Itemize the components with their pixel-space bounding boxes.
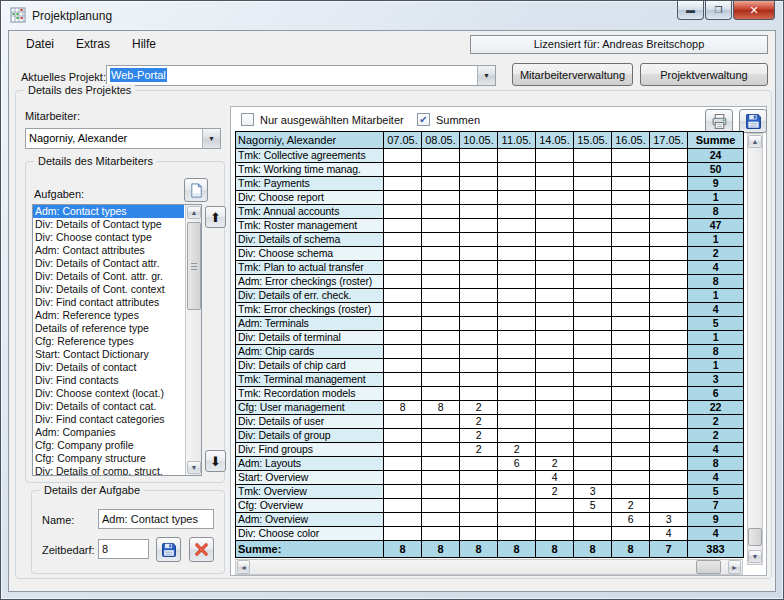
task-name-cell[interactable]: Tmk: Payments [236,177,384,191]
day-cell[interactable] [384,233,422,247]
list-item[interactable]: Div: Find contact attributes [33,296,184,309]
day-cell[interactable] [536,149,574,163]
list-item[interactable]: Div: Choose context (locat.) [33,387,184,400]
menu-hilfe[interactable]: Hilfe [121,33,167,55]
task-name-cell[interactable]: Div: Find groups [236,443,384,457]
day-cell[interactable] [612,205,650,219]
day-cell[interactable] [612,527,650,541]
day-cell[interactable] [460,359,498,373]
day-cell[interactable] [422,317,460,331]
day-cell[interactable] [498,219,536,233]
day-cell[interactable] [498,289,536,303]
day-cell[interactable] [460,499,498,513]
task-list-scrollbar[interactable]: ▲ ▼ [185,205,201,475]
grid-vscrollbar[interactable]: ▲ ▼ [747,133,763,565]
task-name-cell[interactable]: Div: Details of user [236,415,384,429]
day-cell[interactable] [422,345,460,359]
day-cell[interactable] [650,303,688,317]
day-cell[interactable] [650,163,688,177]
day-cell[interactable] [574,289,612,303]
day-cell[interactable] [612,443,650,457]
day-cell[interactable] [536,331,574,345]
day-cell[interactable] [498,345,536,359]
scrollbar-thumb[interactable] [187,222,201,310]
list-item[interactable]: Start: Contact Dictionary [33,348,184,361]
time-required-input[interactable]: 8 [98,539,149,559]
list-item[interactable]: Div: Details of Contact attr. [33,257,184,270]
task-name-cell[interactable]: Adm: Overview [236,513,384,527]
scroll-right-icon[interactable]: ► [728,560,741,574]
day-cell[interactable] [422,471,460,485]
day-cell[interactable]: 6 [612,513,650,527]
list-item[interactable]: Adm: Contact attributes [33,244,184,257]
day-cell[interactable] [422,527,460,541]
day-cell[interactable] [650,345,688,359]
day-cell[interactable] [536,219,574,233]
day-cell[interactable]: 2 [460,401,498,415]
day-cell[interactable] [498,359,536,373]
day-cell[interactable] [612,191,650,205]
day-cell[interactable] [536,303,574,317]
day-cell[interactable] [460,177,498,191]
day-cell[interactable] [384,387,422,401]
day-cell[interactable]: 4 [536,471,574,485]
day-cell[interactable] [536,191,574,205]
day-cell[interactable] [422,149,460,163]
day-cell[interactable] [536,513,574,527]
day-cell[interactable] [384,443,422,457]
day-cell[interactable] [612,373,650,387]
day-cell[interactable] [650,191,688,205]
grid-date-header[interactable]: 10.05. [460,132,498,149]
day-cell[interactable] [460,471,498,485]
day-cell[interactable] [574,457,612,471]
task-name-cell[interactable]: Start: Overview [236,471,384,485]
print-button[interactable] [705,109,733,133]
day-cell[interactable] [650,373,688,387]
day-cell[interactable] [384,513,422,527]
day-cell[interactable] [650,219,688,233]
day-cell[interactable] [612,331,650,345]
day-cell[interactable] [650,485,688,499]
day-cell[interactable] [650,205,688,219]
day-cell[interactable] [422,163,460,177]
chevron-down-icon[interactable]: ▼ [202,129,220,148]
day-cell[interactable] [536,317,574,331]
grid-employee-header[interactable]: Nagorniy, Alexander [236,132,384,149]
day-cell[interactable] [574,401,612,415]
day-cell[interactable] [498,499,536,513]
day-cell[interactable] [498,317,536,331]
day-cell[interactable] [612,471,650,485]
day-cell[interactable] [536,401,574,415]
day-cell[interactable] [460,485,498,499]
day-cell[interactable] [460,303,498,317]
day-cell[interactable]: 6 [498,457,536,471]
day-cell[interactable]: 8 [384,401,422,415]
task-name-cell[interactable]: Tmk: Plan to actual transfer [236,261,384,275]
sums-checkbox[interactable] [417,113,430,126]
day-cell[interactable] [612,429,650,443]
task-name-cell[interactable]: Tmk: Error checkings (roster) [236,303,384,317]
day-cell[interactable] [384,149,422,163]
filter-checkbox[interactable] [241,113,254,126]
day-cell[interactable] [422,415,460,429]
delete-task-button[interactable] [189,537,214,562]
day-cell[interactable] [536,275,574,289]
day-cell[interactable] [384,247,422,261]
day-cell[interactable]: 3 [650,513,688,527]
day-cell[interactable] [498,177,536,191]
day-cell[interactable] [384,275,422,289]
day-cell[interactable] [574,373,612,387]
day-cell[interactable] [612,163,650,177]
list-item[interactable]: Div: Details of Cont. attr. gr. [33,270,184,283]
day-cell[interactable] [460,233,498,247]
day-cell[interactable]: 2 [460,415,498,429]
day-cell[interactable] [422,387,460,401]
day-cell[interactable] [536,415,574,429]
day-cell[interactable] [650,387,688,401]
task-name-cell[interactable]: Div: Details of chip card [236,359,384,373]
day-cell[interactable] [574,471,612,485]
day-cell[interactable] [422,359,460,373]
list-item[interactable]: Div: Details of Contact type [33,218,184,231]
day-cell[interactable] [384,457,422,471]
day-cell[interactable] [498,303,536,317]
